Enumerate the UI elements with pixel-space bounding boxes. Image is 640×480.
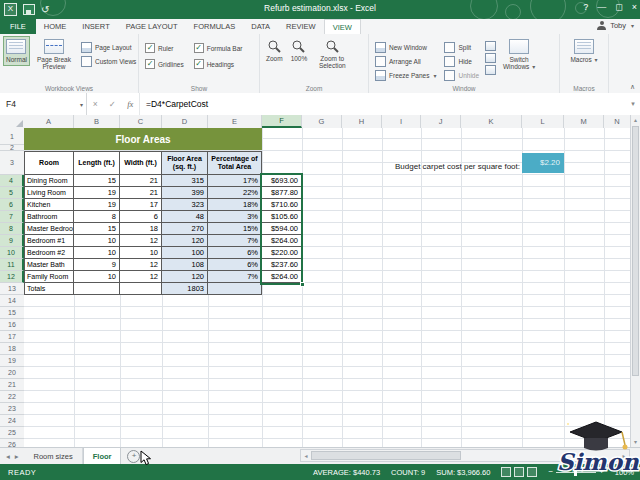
cell-area[interactable]: 270 xyxy=(162,223,208,235)
cell-pct[interactable]: 7% xyxy=(208,271,262,283)
tab-review[interactable]: REVIEW xyxy=(278,19,324,34)
row-header-1[interactable]: 1 xyxy=(0,128,24,145)
switch-windows-button[interactable]: Switch Windows ▾ xyxy=(500,37,538,73)
cell-room[interactable]: Bedroom #1 xyxy=(24,235,74,247)
row-header-3[interactable]: 3 xyxy=(0,151,24,175)
vertical-scroll-thumb[interactable] xyxy=(632,126,639,376)
zoom-thumb[interactable] xyxy=(574,469,577,476)
zoom-to-selection-button[interactable]: Zoom to Selection xyxy=(313,37,351,71)
cell-width[interactable]: 21 xyxy=(120,175,162,187)
cell-area[interactable]: 108 xyxy=(162,259,208,271)
header-cell-width[interactable]: Width (ft.) xyxy=(120,151,162,175)
cell-length[interactable]: 10 xyxy=(74,235,120,247)
freeze-panes-button[interactable]: Freeze Panes ▾ xyxy=(373,69,438,82)
row-header-26[interactable]: 26 xyxy=(0,439,24,447)
column-header-g[interactable]: G xyxy=(302,115,342,128)
row-header-6[interactable]: 6 xyxy=(0,199,24,211)
cell-room[interactable]: Bathroom xyxy=(24,211,74,223)
horizontal-scroll-thumb[interactable] xyxy=(311,451,461,460)
headings-checkbox[interactable]: ✓ Headings xyxy=(194,59,243,69)
zoom-out-icon[interactable]: − xyxy=(548,468,553,476)
insert-function-icon[interactable]: fx xyxy=(127,99,133,109)
gridlines-checkbox[interactable]: ✓ Gridlines xyxy=(145,59,184,69)
collapse-ribbon-icon[interactable]: ∧ xyxy=(630,83,635,91)
cell-room[interactable]: Bedroom #2 xyxy=(24,247,74,259)
cell-pct[interactable]: 3% xyxy=(208,211,262,223)
cell-length[interactable]: 15 xyxy=(74,175,120,187)
row-header-24[interactable]: 24 xyxy=(0,415,24,427)
cell-pct[interactable]: 7% xyxy=(208,235,262,247)
sheet-nav-left-icon[interactable]: ◂ xyxy=(6,452,10,461)
cell-empty[interactable] xyxy=(208,283,262,295)
cell-width[interactable]: 10 xyxy=(120,247,162,259)
header-cell-pct[interactable]: Percentage of Total Area xyxy=(208,151,262,175)
column-header-m[interactable]: M xyxy=(564,115,604,128)
restore-button[interactable]: ◻ xyxy=(615,2,622,12)
column-header-l[interactable]: L xyxy=(522,115,564,128)
row-header-4[interactable]: 4 xyxy=(0,175,24,187)
row-header-18[interactable]: 18 xyxy=(0,343,24,355)
cell-pct[interactable]: 6% xyxy=(208,247,262,259)
tab-view[interactable]: VIEW xyxy=(324,19,361,34)
cancel-icon[interactable]: × xyxy=(93,99,98,109)
normal-view-button[interactable]: Normal xyxy=(4,37,29,65)
row-header-21[interactable]: 21 xyxy=(0,379,24,391)
row-header-5[interactable]: 5 xyxy=(0,187,24,199)
cell-width[interactable]: 12 xyxy=(120,235,162,247)
unhide-button[interactable]: Unhide xyxy=(442,69,481,82)
column-header-c[interactable]: C xyxy=(120,115,162,128)
row-header-11[interactable]: 11 xyxy=(0,259,24,271)
cell-length[interactable]: 8 xyxy=(74,211,120,223)
sheet-tab-room-sizes[interactable]: Room sizes xyxy=(25,448,83,464)
column-header-a[interactable]: A xyxy=(24,115,74,128)
row-header-22[interactable]: 22 xyxy=(0,391,24,403)
cell-cost[interactable]: $877.80 xyxy=(262,187,302,199)
cell-cost[interactable]: $264.00 xyxy=(262,271,302,283)
cell-room[interactable]: Master Bath xyxy=(24,259,74,271)
cell-length[interactable]: 15 xyxy=(74,223,120,235)
cell-cost[interactable]: $264.00 xyxy=(262,235,302,247)
cell-pct[interactable]: 15% xyxy=(208,223,262,235)
worksheet-title-cell[interactable]: Floor Areas xyxy=(24,128,262,150)
cell-cost[interactable]: $105.60 xyxy=(262,211,302,223)
cell-cost[interactable]: $237.60 xyxy=(262,259,302,271)
scroll-right-icon[interactable]: ▸ xyxy=(619,452,629,459)
row-header-14[interactable]: 14 xyxy=(0,295,24,307)
carpet-cost-cell[interactable]: $2.20 xyxy=(522,153,564,173)
header-cell-length[interactable]: Length (ft.) xyxy=(74,151,120,175)
sheet-nav-right-icon[interactable]: ▸ xyxy=(15,452,19,461)
column-header-f[interactable]: F xyxy=(262,115,302,128)
cell-width[interactable]: 12 xyxy=(120,259,162,271)
cell-width[interactable]: 18 xyxy=(120,223,162,235)
column-header-n[interactable]: N xyxy=(604,115,630,128)
zoom-in-icon[interactable]: + xyxy=(599,468,604,476)
row-header-23[interactable]: 23 xyxy=(0,403,24,415)
cell-area[interactable]: 100 xyxy=(162,247,208,259)
cell-room[interactable]: Master Bedroom xyxy=(24,223,74,235)
header-cell-area[interactable]: Floor Area (sq. ft.) xyxy=(162,151,208,175)
cell-width[interactable]: 17 xyxy=(120,199,162,211)
row-header-19[interactable]: 19 xyxy=(0,355,24,367)
column-header-d[interactable]: D xyxy=(162,115,208,128)
close-button[interactable]: × xyxy=(632,2,637,12)
column-header-j[interactable]: J xyxy=(421,115,461,128)
cell-area[interactable]: 323 xyxy=(162,199,208,211)
column-header-i[interactable]: I xyxy=(382,115,421,128)
macros-button[interactable]: Macros ▾ xyxy=(568,37,599,66)
scroll-down-icon[interactable]: ▾ xyxy=(631,437,640,447)
cell-area[interactable]: 315 xyxy=(162,175,208,187)
cell-length[interactable]: 10 xyxy=(74,271,120,283)
cell-cost-active[interactable]: $693.00 xyxy=(262,175,302,187)
cell-length[interactable]: 10 xyxy=(74,247,120,259)
cell-room[interactable]: Living Room xyxy=(24,187,74,199)
tab-file[interactable]: FILE xyxy=(0,19,36,34)
column-header-e[interactable]: E xyxy=(208,115,262,128)
cell-room[interactable]: Dining Room xyxy=(24,175,74,187)
cell-room[interactable]: Kitchen xyxy=(24,199,74,211)
row-header-17[interactable]: 17 xyxy=(0,331,24,343)
hide-button[interactable]: Hide xyxy=(442,55,481,68)
scroll-up-icon[interactable]: ▴ xyxy=(631,115,640,125)
cell-area[interactable]: 399 xyxy=(162,187,208,199)
row-header-20[interactable]: 20 xyxy=(0,367,24,379)
cell-area[interactable]: 120 xyxy=(162,271,208,283)
